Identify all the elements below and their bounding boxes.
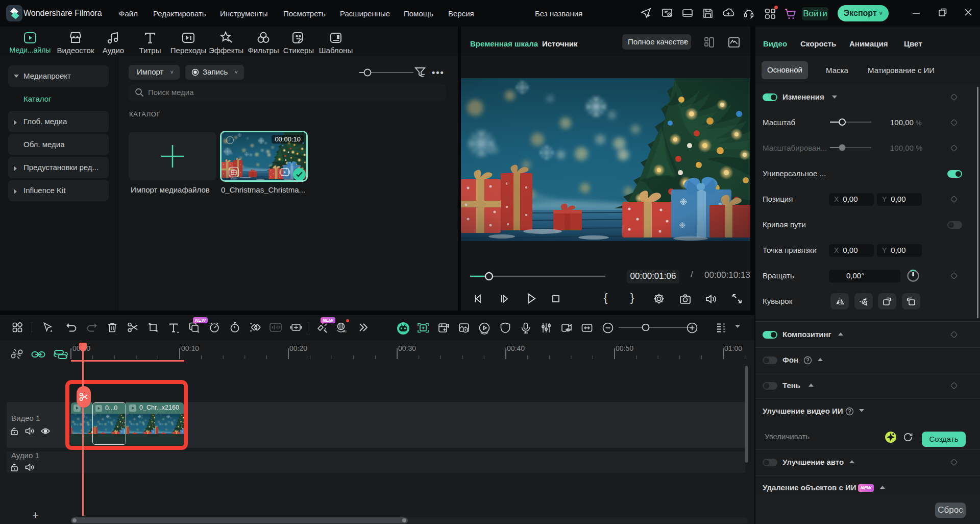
svg-text:AI: AI xyxy=(343,329,347,333)
